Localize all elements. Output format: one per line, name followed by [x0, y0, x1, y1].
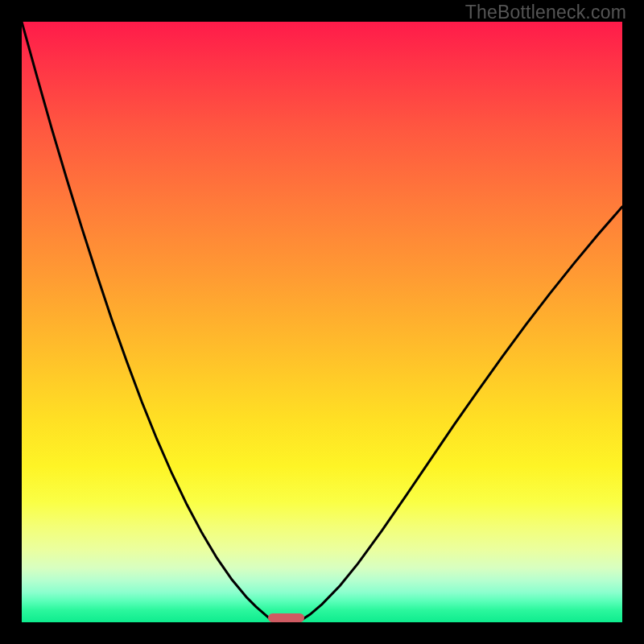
bottleneck-marker: [268, 613, 304, 622]
right-curve: [298, 207, 622, 622]
watermark-text: TheBottleneck.com: [465, 2, 626, 23]
curves-svg: [22, 22, 622, 622]
left-curve: [22, 22, 274, 622]
plot-area: [22, 22, 622, 622]
chart-frame: TheBottleneck.com: [0, 0, 644, 644]
